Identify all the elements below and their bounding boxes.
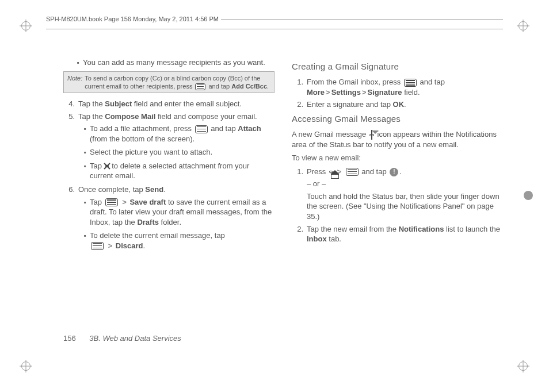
right-column: Creating a Gmail Signature 1. From the G… <box>292 57 503 352</box>
subheading-view-new-email: To view a new email: <box>292 153 503 163</box>
list-item: ■ Tap to delete a selected attachment fr… <box>63 161 274 181</box>
text: Once complete, tap Send. <box>78 185 166 195</box>
note-box: Note: To send a carbon copy (Cc) or a bl… <box>63 71 274 94</box>
header-rule <box>46 29 503 29</box>
step-5: 5. Tap the Compose Mail field and compos… <box>63 112 274 122</box>
square-bullet-icon: ■ <box>84 124 87 144</box>
registration-mark-tr <box>514 17 532 34</box>
step-number: 4. <box>63 99 75 109</box>
text: Tap > Save draft to save the current ema… <box>90 197 274 228</box>
chevron-right-icon: > <box>362 88 367 97</box>
page-body: ■ You can add as many message recipients… <box>63 57 503 352</box>
alt-text: Touch and hold the Status bar, then slid… <box>307 191 503 222</box>
registration-mark-br <box>514 358 532 375</box>
list-item: ■ Tap > Save draft to save the current e… <box>63 197 274 228</box>
step-number: 2. <box>292 224 303 244</box>
text: Tap to delete a selected attachment from… <box>90 161 274 181</box>
list-item: ■ You can add as many message recipients… <box>63 57 274 68</box>
text: To add a file attachment, press and tap … <box>90 124 274 144</box>
menu-icon <box>404 79 417 87</box>
step-6: 6. Once complete, tap Send. <box>63 185 274 195</box>
page-footer: 156 3B. Web and Data Services <box>63 334 181 343</box>
menu-icon <box>105 198 118 206</box>
chevron-right-icon: > <box>122 198 127 206</box>
heading-creating-signature: Creating a Gmail Signature <box>292 61 503 72</box>
text: Tap the new email from the Notifications… <box>307 224 503 244</box>
step-2: 2. Enter a signature and tap OK. <box>292 99 503 110</box>
step-1: 1. From the Gmail inbox, press and tap M… <box>292 77 503 97</box>
notification-icon <box>390 168 398 176</box>
square-bullet-icon: ■ <box>84 197 87 228</box>
close-icon <box>105 165 109 167</box>
step-number: 1. <box>292 77 303 97</box>
paragraph: A new Gmail message icon appears within … <box>292 129 503 149</box>
color-bars <box>524 191 533 201</box>
step-4: 4. Tap the Subject field and enter the e… <box>63 99 274 109</box>
text: Tap the Subject field and enter the emai… <box>78 99 242 109</box>
step-1b: 1. Press > and tap . – or – Touch and ho… <box>292 167 503 222</box>
menu-icon <box>195 125 208 133</box>
text: Enter a signature and tap OK. <box>307 99 406 110</box>
left-column: ■ You can add as many message recipients… <box>63 57 274 352</box>
note-label: Note: <box>67 74 82 91</box>
menu-icon <box>195 83 205 90</box>
text: Select the picture you want to attach. <box>90 147 212 157</box>
step-number: 2. <box>292 99 303 110</box>
registration-mark-bl <box>17 358 35 375</box>
chevron-right-icon: > <box>326 88 330 97</box>
home-icon <box>329 171 333 173</box>
or-text: – or – <box>307 179 503 189</box>
menu-icon <box>346 168 359 176</box>
step-2b: 2. Tap the new email from the Notificati… <box>292 224 503 244</box>
text: Press > and tap . – or – Touch and hold … <box>307 167 503 222</box>
page-number: 156 <box>63 334 76 343</box>
header-text: SPH-M820UM.book Page 156 Monday, May 2, … <box>46 16 221 22</box>
gmail-icon <box>369 134 374 136</box>
note-body: To send a carbon copy (Cc) or a blind ca… <box>85 74 270 91</box>
menu-icon <box>91 242 104 250</box>
list-item: ■ Select the picture you want to attach. <box>63 147 274 157</box>
step-number: 6. <box>63 185 75 195</box>
square-bullet-icon: ■ <box>77 57 81 68</box>
page-header: SPH-M820UM.book Page 156 Monday, May 2, … <box>46 20 503 27</box>
text: To delete the current email message, tap… <box>90 230 225 251</box>
registration-mark-tl <box>17 17 35 34</box>
text: You can add as many message recipients a… <box>83 57 265 68</box>
heading-accessing-gmail: Accessing Gmail Messages <box>292 113 503 125</box>
list-item: ■ To delete the current email message, t… <box>63 230 274 251</box>
step-number: 1. <box>292 167 303 222</box>
square-bullet-icon: ■ <box>84 161 87 181</box>
square-bullet-icon: ■ <box>84 147 87 157</box>
chevron-right-icon: > <box>108 241 113 250</box>
text: Tap the Compose Mail field and compose y… <box>78 112 257 122</box>
text: From the Gmail inbox, press and tap More… <box>307 77 503 97</box>
step-number: 5. <box>63 112 75 122</box>
section-title: 3B. Web and Data Services <box>89 334 181 343</box>
list-item: ■ To add a file attachment, press and ta… <box>63 124 274 144</box>
square-bullet-icon: ■ <box>84 230 87 251</box>
